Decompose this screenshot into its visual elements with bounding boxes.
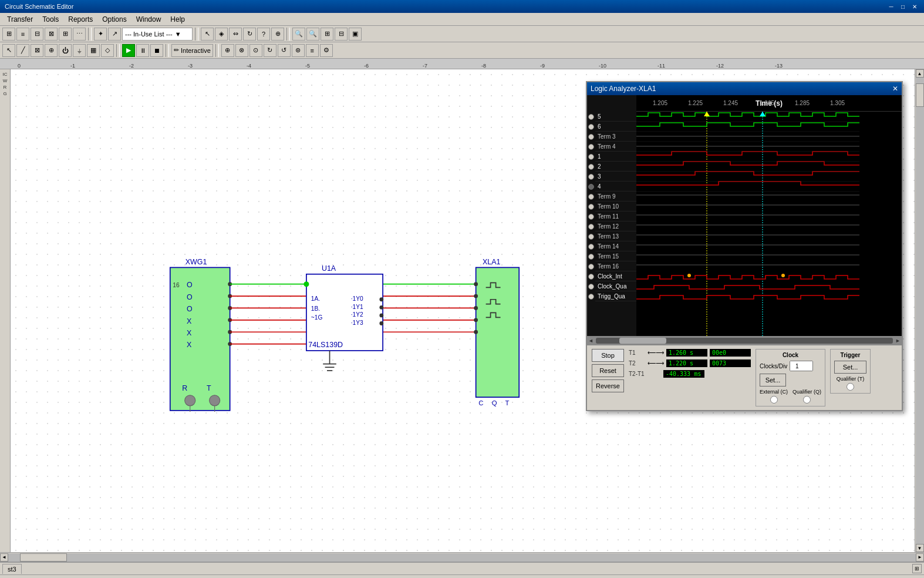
la-reset-btn[interactable]: Reset [592,364,624,377]
la-label-clock-int[interactable]: Clock_Int [595,271,636,281]
clocks-div-input[interactable] [790,361,813,371]
sidebar-g[interactable]: G [3,91,6,96]
tb-wire[interactable]: ↗ [108,28,121,41]
la-label-term9[interactable]: Term 9 [595,191,636,201]
la-label-clock-qua[interactable]: Clock_Qua [595,281,636,291]
tb-zoom-s[interactable]: ⊕ [271,28,284,41]
tb-rotate[interactable]: ↻ [243,28,256,41]
radio-term16[interactable] [587,261,595,271]
la-clock-set-btn[interactable]: Set... [760,374,786,387]
tb-zoom-q[interactable]: ? [257,28,270,41]
radio-term13[interactable] [587,231,595,241]
radio-term14[interactable] [587,241,595,251]
la-label-6[interactable]: 6 [595,122,636,132]
radio-6[interactable] [587,122,595,132]
la-label-3[interactable]: 3 [595,172,636,182]
tb2-sim7[interactable]: ≡ [306,44,319,57]
tb2-bus[interactable]: ⊠ [31,44,43,57]
menu-help[interactable]: Help [166,14,190,25]
radio-term9[interactable] [587,191,595,201]
tb-move[interactable]: ⇔ [229,28,242,41]
tb2-sim8[interactable]: ⚙ [320,44,333,57]
radio-2[interactable] [587,162,595,172]
scroll-left-btn[interactable]: ◄ [0,553,8,562]
la-stop-btn[interactable]: Stop [592,349,624,362]
la-label-1[interactable]: 1 [595,152,636,162]
tb2-stop[interactable]: ⏹ [150,44,163,57]
menu-options[interactable]: Options [97,14,131,25]
tb-btn-6[interactable]: ⋯ [73,28,86,41]
la-label-term15[interactable]: Term 15 [595,251,636,261]
scroll-up-btn[interactable]: ▲ [916,69,924,78]
la-qual-t-radio[interactable] [847,383,854,391]
tb2-interactive[interactable]: ✏ Interactive [171,44,213,57]
menu-window[interactable]: Window [131,14,166,25]
radio-term3[interactable] [587,132,595,142]
la-titlebar[interactable]: Logic Analyzer-XLA1 ✕ [587,82,902,95]
tb2-junction[interactable]: ⊕ [45,44,58,57]
tb2-sim3[interactable]: ⊙ [249,44,262,57]
la-label-trigg-qua[interactable]: Trigg_Qua [595,291,636,301]
radio-5[interactable] [587,112,595,122]
la-scrollbar[interactable]: ◄ ► [587,336,902,345]
statusbar-tab[interactable]: st3 [2,564,22,574]
la-label-2[interactable]: 2 [595,162,636,172]
tb2-sim2[interactable]: ⊗ [235,44,248,57]
tb-view[interactable]: ▣ [349,28,362,41]
close-btn[interactable]: ✕ [910,2,919,11]
tb-pick[interactable]: ◈ [215,28,228,41]
tb2-sim6[interactable]: ⊛ [292,44,305,57]
radio-trigg-qua[interactable] [587,291,595,301]
radio-term4[interactable] [587,142,595,152]
tb-btn-1[interactable]: ⊞ [2,28,15,41]
sidebar-r[interactable]: R [4,85,7,90]
tb2-comp[interactable]: ▦ [87,44,100,57]
schematic-canvas[interactable]: XWG1 O O O X X X 16 R T [11,69,915,552]
radio-clock-qua[interactable] [587,281,595,291]
maximize-btn[interactable]: □ [898,2,908,11]
tb-arrow[interactable]: ↖ [201,28,214,41]
radio-term15[interactable] [587,251,595,261]
radio-3[interactable] [587,172,595,182]
minimize-btn[interactable]: ─ [886,2,896,11]
scroll-thumb-v[interactable] [916,83,924,107]
la-label-term3[interactable]: Term 3 [595,132,636,142]
tb-place[interactable]: ✦ [94,28,107,41]
la-qual-q-radio[interactable] [803,396,811,404]
statusbar-icon[interactable]: ⊞ [912,564,922,573]
la-label-5[interactable]: 5 [595,112,636,122]
la-label-term13[interactable]: Term 13 [595,231,636,241]
clocks-div-spinner[interactable] [790,361,813,371]
sidebar-ic[interactable]: IC [3,72,8,77]
tb2-select[interactable]: ↖ [2,44,15,57]
menu-transfer[interactable]: Transfer [2,14,38,25]
la-scroll-right[interactable]: ► [895,338,901,344]
tb2-sim4[interactable]: ↻ [264,44,276,57]
scroll-down-btn[interactable]: ▼ [916,544,924,552]
la-scroll-thumb[interactable] [619,338,666,344]
scroll-track-v[interactable] [916,78,924,544]
tb-btn-3[interactable]: ⊟ [31,28,43,41]
radio-term12[interactable] [587,221,595,231]
tb2-wire[interactable]: ╱ [16,44,29,57]
la-label-term16[interactable]: Term 16 [595,261,636,271]
tb2-pin[interactable]: ◇ [101,44,114,57]
la-label-term11[interactable]: Term 11 [595,211,636,221]
sidebar-w[interactable]: W [3,78,8,83]
tb-btn-2[interactable]: ≡ [16,28,29,41]
radio-1[interactable] [587,152,595,162]
tb2-power[interactable]: ⏻ [59,44,72,57]
la-scroll-track[interactable] [596,338,893,344]
scroll-thumb-h[interactable] [20,553,67,562]
menu-reports[interactable]: Reports [63,14,97,25]
la-trigger-set-btn[interactable]: Set... [834,361,866,374]
tb2-sim1[interactable]: ⊕ [221,44,234,57]
tb-btn-4[interactable]: ⊠ [45,28,58,41]
la-close-btn[interactable]: ✕ [892,85,898,93]
radio-4[interactable] [587,182,595,191]
radio-clock-int[interactable] [587,271,595,281]
scroll-track-h[interactable] [8,553,916,562]
radio-term10[interactable] [587,201,595,211]
la-ext-c-radio[interactable] [770,396,778,404]
tb-btn-5[interactable]: ⊞ [59,28,72,41]
